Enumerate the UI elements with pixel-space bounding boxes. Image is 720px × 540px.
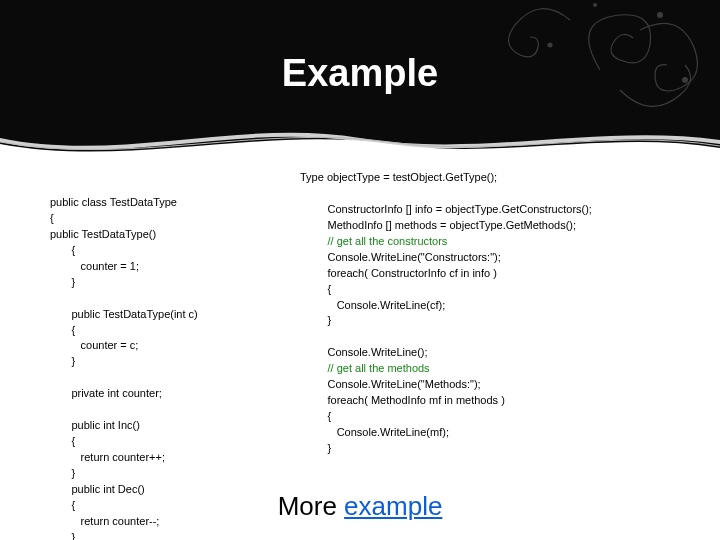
content-area: public class TestDataType { public TestD… — [0, 170, 720, 540]
code-comment-1: // get all the constructors — [300, 235, 447, 247]
svg-point-3 — [593, 3, 597, 7]
footer-prefix: More — [278, 491, 344, 521]
svg-point-0 — [657, 12, 663, 18]
code-block-2: Console.WriteLine("Constructors:"); fore… — [300, 251, 501, 359]
code-comment-2: // get all the methods — [300, 362, 430, 374]
footer-text: More example — [0, 491, 720, 522]
code-block-3: Console.WriteLine("Methods:"); foreach( … — [300, 378, 505, 454]
svg-point-1 — [548, 43, 553, 48]
wavy-separator-icon — [0, 118, 720, 168]
example-link[interactable]: example — [344, 491, 442, 521]
code-block-1: Type objectType = testObject.GetType(); … — [300, 171, 592, 231]
code-left-column: public class TestDataType { public TestD… — [50, 170, 300, 540]
code-right-column: Type objectType = testObject.GetType(); … — [300, 170, 690, 540]
slide-title: Example — [0, 52, 720, 95]
